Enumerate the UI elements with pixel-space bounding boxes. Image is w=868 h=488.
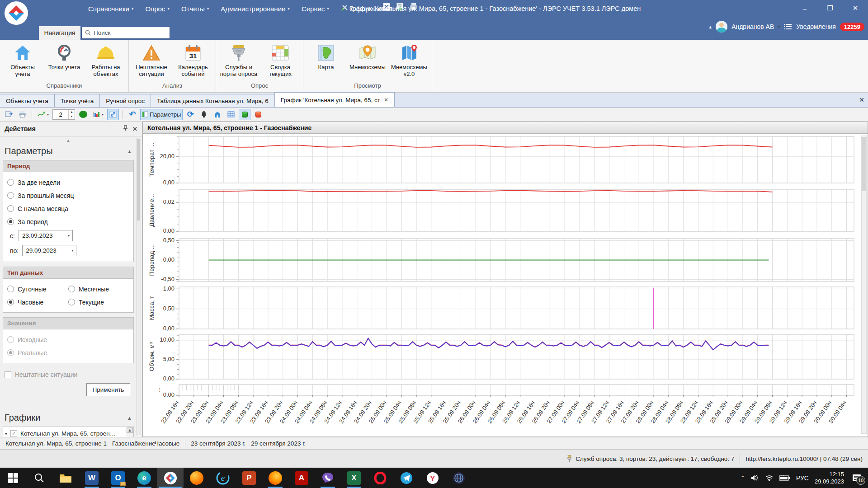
data-type-option-Текущие[interactable]: Текущие: [68, 296, 129, 309]
radio-button[interactable]: [7, 286, 14, 292]
ribbon-button-Службы и порты опроса[interactable]: Службы и порты опроса: [218, 42, 259, 79]
taskbar-viber-icon[interactable]: [315, 468, 341, 488]
export-chart-button[interactable]: [3, 109, 14, 120]
user-dropdown-icon[interactable]: ▾: [778, 25, 780, 29]
expand-node-icon[interactable]: ▾: [5, 431, 7, 436]
taskbar-firefox-icon[interactable]: [262, 468, 288, 488]
radio-button[interactable]: [7, 218, 14, 225]
taskbar-telegram-icon[interactable]: [393, 468, 420, 488]
close-panel-icon[interactable]: ✕: [132, 126, 137, 132]
close-tab-icon[interactable]: ✕: [384, 97, 388, 103]
chart-plot[interactable]: 20,000,00Температ ...0,020,00Давление...…: [143, 134, 859, 436]
collapse-ribbon-icon[interactable]: ▴: [709, 24, 712, 30]
start-polling-button[interactable]: [239, 109, 250, 120]
tab-navigation[interactable]: Навигация: [39, 26, 80, 40]
taskbar-search-icon[interactable]: [26, 468, 52, 488]
document-tab-Объекты учета[interactable]: Объекты учета: [0, 94, 55, 107]
ribbon-button-Календарь событий[interactable]: 31Календарь событий: [172, 42, 214, 79]
home-scale-button[interactable]: [212, 109, 223, 120]
refresh-button[interactable]: ⟳: [184, 109, 196, 120]
date-to-select[interactable]: 29.09.2023 ▾: [22, 245, 76, 256]
period-option-С начала месяца[interactable]: С начала месяца: [7, 202, 129, 215]
collapse-section-icon[interactable]: ▲: [127, 149, 132, 154]
radio-button[interactable]: [68, 286, 75, 292]
taskbar-explorer-icon[interactable]: [52, 468, 79, 488]
data-type-option-Часовые[interactable]: Часовые: [7, 296, 68, 309]
data-type-option-Месячные[interactable]: Месячные: [68, 282, 129, 296]
stepper-down-icon[interactable]: ▼: [69, 114, 75, 119]
chart-svg[interactable]: 20,000,00Температ ...0,020,00Давление...…: [143, 134, 859, 436]
taskbar-excel-icon[interactable]: X: [341, 468, 367, 488]
stepper-up-icon[interactable]: ▲: [69, 110, 75, 114]
document-tab-Ручной опрос[interactable]: Ручной опрос: [99, 94, 151, 107]
notifications-badge[interactable]: 12259: [840, 23, 864, 31]
document-tab-Таблица данных Котельная ул. Мира, 6[interactable]: Таблица данных Котельная ул. Мира, 6: [151, 94, 275, 107]
ribbon-button-Мнемосхемы[interactable]: Мнемосхемы: [347, 42, 388, 72]
data-table-button[interactable]: [225, 109, 237, 120]
user-avatar[interactable]: [716, 21, 727, 33]
data-type-option-Суточные[interactable]: Суточные: [7, 282, 68, 296]
emergency-checkbox[interactable]: [5, 371, 11, 378]
chart-scrollbar[interactable]: [861, 136, 867, 434]
ribbon-button-Мнемосхемы v2.0[interactable]: Мнемосхемы v2.0: [388, 42, 430, 79]
ribbon-button-Точки учета[interactable]: Точки учета: [43, 42, 85, 72]
ribbon-button-Нештатные ситуации[interactable]: Нештатные ситуации: [131, 42, 172, 79]
taskbar-yandex-browser-icon[interactable]: [184, 468, 210, 488]
graph-item-checkbox[interactable]: ✓: [10, 430, 17, 437]
panel-scrollbar[interactable]: [136, 138, 141, 435]
chart-type-button[interactable]: ▾: [91, 109, 105, 120]
taskbar-edge-icon[interactable]: e: [131, 468, 157, 488]
period-option-За прошлый месяц[interactable]: За прошлый месяц: [7, 189, 129, 202]
document-tab-Точки учёта[interactable]: Точки учёта: [54, 94, 100, 107]
taskbar-outlook-icon[interactable]: O: [105, 468, 131, 488]
ribbon-button-Карта[interactable]: Карта: [305, 42, 347, 72]
taskbar-lers-icon[interactable]: [157, 468, 184, 488]
ribbon-button-Объекты учета[interactable]: Объекты учета: [2, 42, 43, 79]
notifications-label[interactable]: Уведомления: [796, 23, 836, 30]
maximize-button[interactable]: ❐: [817, 0, 843, 16]
parameters-toggle-button[interactable]: Параметры: [140, 109, 183, 120]
apply-button[interactable]: Применить: [86, 383, 130, 396]
clock[interactable]: 12:15 29.09.2023: [815, 471, 844, 485]
radio-button[interactable]: [7, 192, 14, 199]
radio-button[interactable]: [7, 299, 14, 305]
close-all-tabs-icon[interactable]: ✕: [859, 96, 864, 103]
emergency-checkbox-row[interactable]: Нештатные ситуации: [3, 368, 134, 381]
taskbar-opera-icon[interactable]: [367, 468, 393, 488]
undo-button[interactable]: ↶: [127, 109, 138, 120]
taskbar-powerpoint-icon[interactable]: P: [236, 468, 262, 488]
volume-icon[interactable]: [751, 474, 759, 481]
tray-expand-icon[interactable]: ⌃: [741, 475, 745, 481]
period-option-За период[interactable]: За период: [7, 215, 129, 228]
taskbar-word-icon[interactable]: W: [79, 468, 105, 488]
date-from-select[interactable]: 23.09.2023 ▾: [19, 230, 73, 241]
wifi-icon[interactable]: [765, 474, 774, 481]
minimize-button[interactable]: –: [792, 0, 817, 16]
keyboard-language[interactable]: РУС: [796, 474, 809, 482]
battery-icon[interactable]: [779, 475, 790, 481]
taskbar-acrobat-icon[interactable]: A: [288, 468, 315, 488]
radio-button[interactable]: [7, 179, 14, 186]
alarm-button[interactable]: [198, 109, 210, 120]
lers-logo-icon[interactable]: [5, 1, 28, 25]
marker-color-button[interactable]: [77, 109, 90, 120]
menu-Справочники[interactable]: Справочники▾: [84, 3, 138, 14]
parameters-section-header[interactable]: Параметры ▲: [5, 146, 132, 156]
menu-Опрос[interactable]: Опрос▾: [141, 3, 174, 14]
print-chart-button[interactable]: [16, 109, 28, 120]
line-style-button[interactable]: ▾: [36, 109, 51, 120]
ribbon-button-Работы на объектах[interactable]: Работы на объектах: [85, 42, 127, 79]
search-input[interactable]: Поиск: [81, 27, 170, 39]
taskbar-yandex-icon[interactable]: Y: [420, 468, 446, 488]
taskbar-internet-explorer-icon[interactable]: e: [210, 468, 236, 488]
taskbar-tor-browser-icon[interactable]: [446, 468, 472, 488]
ribbon-button-Сводка текущих[interactable]: Сводка текущих: [259, 42, 301, 79]
graphs-section-header[interactable]: Графики ▲: [5, 413, 132, 423]
user-name[interactable]: Андрианов АВ: [731, 23, 774, 30]
close-button[interactable]: ✕: [843, 0, 868, 16]
line-width-stepper[interactable]: 2 ▲▼: [52, 109, 75, 120]
document-tab-График 'Котельная ул. Мира, 65, ст[interactable]: График 'Котельная ул. Мира, 65, ст✕: [274, 92, 395, 107]
collapse-section-icon[interactable]: ▲: [127, 415, 132, 421]
notification-center-icon[interactable]: 10: [850, 471, 863, 485]
period-option-За две недели[interactable]: За две недели: [7, 176, 129, 189]
